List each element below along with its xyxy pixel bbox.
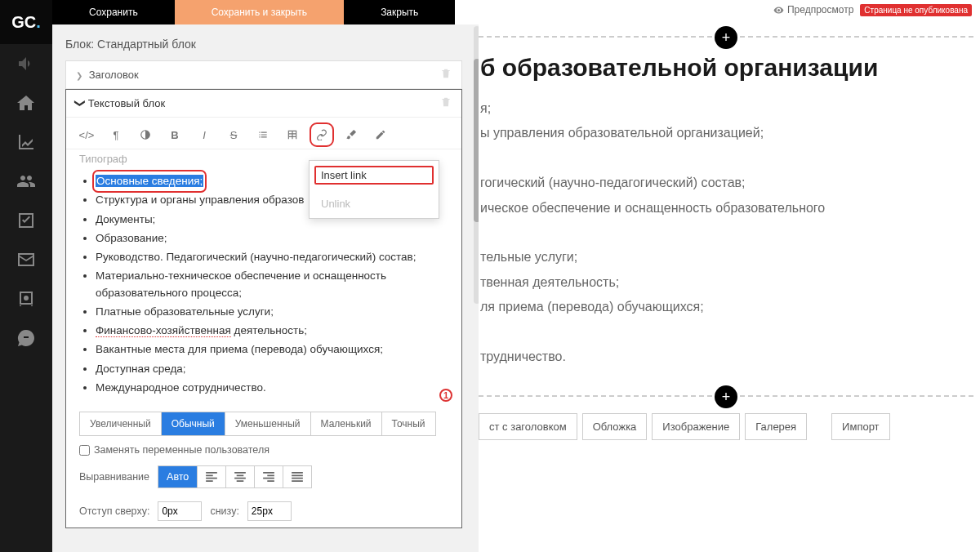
padding-top-input[interactable] bbox=[158, 501, 202, 521]
preview-line: ля приема (перевода) обучающихся; bbox=[480, 295, 973, 319]
align-label: Выравнивание bbox=[79, 471, 149, 483]
paragraph-tool[interactable]: ¶ bbox=[109, 127, 123, 142]
preview-link[interactable]: Предпросмотр bbox=[773, 4, 853, 16]
preview-line: твенная деятельность; bbox=[480, 270, 973, 295]
preview-line bbox=[480, 146, 973, 171]
header-card[interactable]: ❯ Заголовок bbox=[65, 60, 462, 90]
left-nav: GC. bbox=[0, 0, 52, 552]
chat-icon[interactable] bbox=[0, 318, 52, 358]
preview-line: тельные услуги; bbox=[480, 245, 973, 269]
size-small[interactable]: Маленький bbox=[311, 412, 382, 435]
replace-vars-checkbox[interactable] bbox=[79, 445, 90, 456]
speaker-icon[interactable] bbox=[0, 44, 52, 83]
logo[interactable]: GC. bbox=[0, 0, 52, 44]
insert-gallery[interactable]: Галерея bbox=[745, 413, 807, 440]
preview-content: я; ы управления образовательной организа… bbox=[479, 96, 973, 369]
preview-line bbox=[480, 320, 973, 345]
size-enlarged[interactable]: Увеличенный bbox=[80, 412, 162, 435]
safe-icon[interactable] bbox=[0, 279, 52, 318]
size-tabs: Увеличенный Обычный Уменьшенный Маленьки… bbox=[79, 412, 436, 436]
replace-vars-label: Заменять переменные пользователя bbox=[94, 444, 270, 456]
editor-toolbar: </> ¶ B I S bbox=[66, 118, 461, 149]
top-bar: Сохранить Сохранить и закрыть Закрыть bbox=[52, 0, 455, 24]
list-item[interactable]: Платные образовательные услуги; bbox=[96, 304, 447, 320]
padding-bottom-label: снизу: bbox=[210, 505, 238, 517]
save-close-button[interactable]: Сохранить и закрыть bbox=[175, 0, 344, 24]
brush-tool[interactable] bbox=[344, 127, 359, 142]
divider-bottom: + bbox=[479, 395, 973, 397]
divider-top: + bbox=[479, 36, 973, 38]
strike-tool[interactable]: S bbox=[226, 127, 241, 142]
list-item[interactable]: Международное сотрудничество. bbox=[96, 380, 447, 396]
size-normal[interactable]: Обычный bbox=[162, 412, 225, 435]
preview-line: ы управления образовательной организацие… bbox=[480, 121, 973, 145]
unlink-item[interactable]: Unlink bbox=[310, 189, 439, 218]
add-block-button[interactable]: + bbox=[715, 385, 737, 408]
align-right-icon[interactable] bbox=[255, 466, 283, 487]
align-justify-icon[interactable] bbox=[283, 466, 311, 487]
mail-icon[interactable] bbox=[0, 240, 52, 279]
insert-cover[interactable]: Обложка bbox=[582, 413, 648, 440]
status-badge: Страница не опубликована bbox=[860, 4, 972, 16]
preview-line: гогический (научно-педагогический) соста… bbox=[480, 171, 973, 195]
list-item[interactable]: Образование; bbox=[96, 230, 447, 247]
padding-top-label: Отступ сверху: bbox=[79, 505, 149, 517]
link-tool[interactable] bbox=[314, 127, 329, 142]
preview-area: Предпросмотр Страница не опубликована + … bbox=[479, 0, 980, 552]
block-title: Блок: Стандартный блок bbox=[65, 38, 479, 51]
insert-buttons: ст с заголовком Обложка Изображение Гале… bbox=[479, 413, 973, 440]
align-auto[interactable]: Авто bbox=[158, 466, 198, 487]
list-item[interactable]: Материально-техническое обеспечение и ос… bbox=[96, 268, 447, 301]
list-item[interactable]: Вакантные места для приема (перевода) об… bbox=[96, 341, 447, 358]
trash-icon[interactable] bbox=[440, 68, 452, 82]
list-item[interactable]: Финансово-хозяйственная деятельность; bbox=[96, 323, 447, 339]
list-item[interactable]: Руководство. Педагогический (научно-педа… bbox=[96, 249, 447, 265]
align-center-icon[interactable] bbox=[226, 466, 255, 487]
insert-image[interactable]: Изображение bbox=[652, 413, 740, 440]
preview-line: ическое обеспечение и оснащенность образ… bbox=[480, 196, 973, 220]
code-tool[interactable]: </> bbox=[79, 127, 94, 142]
marker-one: 1 bbox=[439, 389, 452, 402]
save-button[interactable]: Сохранить bbox=[52, 0, 175, 24]
pencil-tool[interactable] bbox=[373, 127, 388, 142]
close-button[interactable]: Закрыть bbox=[344, 0, 455, 24]
list-item[interactable]: Доступная среда; bbox=[96, 361, 447, 377]
eye-icon bbox=[773, 5, 784, 16]
preview-line: я; bbox=[480, 96, 973, 121]
link-dropdown: Insert link Unlink bbox=[309, 160, 439, 219]
insert-text-heading[interactable]: ст с заголовком bbox=[479, 413, 577, 440]
italic-tool[interactable]: I bbox=[197, 127, 212, 142]
checkbox-icon[interactable] bbox=[0, 201, 52, 240]
chart-icon[interactable] bbox=[0, 122, 52, 162]
chevron-right-icon: ❯ bbox=[76, 71, 82, 80]
text-block-card: ❯ Текстовый блок </> ¶ B I S Типограф Ос… bbox=[65, 89, 462, 528]
insert-link-item[interactable]: Insert link bbox=[313, 164, 435, 186]
table-tool[interactable] bbox=[285, 127, 300, 142]
size-exact[interactable]: Точный bbox=[382, 412, 435, 435]
preview-title: б образовательной организации bbox=[479, 54, 973, 82]
size-reduced[interactable]: Уменьшенный bbox=[225, 412, 311, 435]
align-left-icon[interactable] bbox=[198, 466, 226, 487]
preview-line bbox=[480, 220, 973, 245]
contrast-tool[interactable] bbox=[138, 127, 153, 142]
trash-icon[interactable] bbox=[440, 96, 452, 110]
padding-bottom-input[interactable] bbox=[247, 501, 292, 521]
bold-tool[interactable]: B bbox=[167, 127, 182, 142]
preview-line: трудничество. bbox=[480, 345, 973, 369]
chevron-down-icon: ❯ bbox=[74, 99, 87, 108]
home-icon[interactable] bbox=[0, 83, 52, 122]
add-block-button[interactable]: + bbox=[715, 26, 737, 49]
list-tool[interactable] bbox=[256, 127, 270, 142]
editor-panel: Блок: Стандартный блок ❯ Заголовок ❯ Тек… bbox=[52, 24, 479, 552]
users-icon[interactable] bbox=[0, 162, 52, 201]
import-button[interactable]: Импорт bbox=[831, 413, 889, 440]
selected-text[interactable]: Основные сведения; bbox=[96, 175, 203, 187]
